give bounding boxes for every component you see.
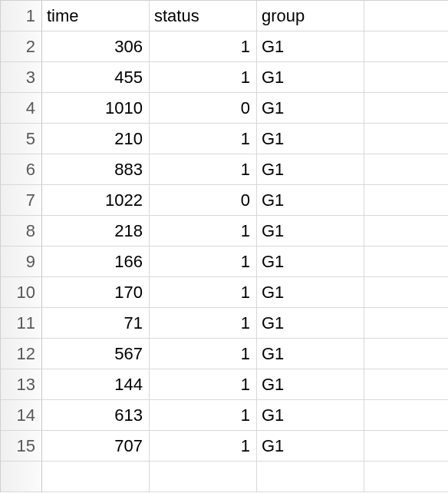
cell-time[interactable]: 170	[42, 277, 150, 308]
empty-cell[interactable]	[364, 369, 448, 400]
row-header[interactable]: 3	[1, 62, 42, 93]
spreadsheet-grid[interactable]: 1 time status group 2 306 1 G1 3 455 1 G…	[0, 0, 448, 492]
cell-group[interactable]: G1	[257, 62, 364, 93]
cell-group[interactable]: G1	[257, 124, 364, 154]
empty-cell[interactable]	[364, 1, 448, 31]
row-header[interactable]: 4	[1, 93, 42, 124]
cell-group[interactable]: G1	[257, 31, 364, 62]
empty-cell[interactable]	[364, 462, 448, 492]
cell-time[interactable]: 455	[42, 62, 150, 93]
cell-time[interactable]: 166	[42, 246, 150, 277]
empty-cell[interactable]	[364, 277, 448, 308]
column-header-group[interactable]: group	[257, 1, 364, 31]
cell-status[interactable]: 1	[150, 154, 257, 185]
cell-time[interactable]: 144	[42, 369, 150, 400]
cell-group[interactable]: G1	[257, 369, 364, 400]
empty-cell[interactable]	[364, 308, 448, 339]
cell-status[interactable]: 1	[150, 400, 257, 431]
column-header-status[interactable]: status	[150, 1, 257, 31]
cell-time[interactable]: 218	[42, 216, 150, 246]
row-header[interactable]: 9	[1, 246, 42, 277]
cell-group[interactable]: G1	[257, 277, 364, 308]
cell-time[interactable]: 210	[42, 124, 150, 154]
cell-status[interactable]: 1	[150, 124, 257, 154]
cell-status[interactable]: 0	[150, 93, 257, 124]
column-header-time[interactable]: time	[42, 1, 150, 31]
empty-cell[interactable]	[42, 462, 150, 492]
cell-status[interactable]: 1	[150, 246, 257, 277]
empty-cell[interactable]	[364, 124, 448, 154]
cell-group[interactable]: G1	[257, 431, 364, 462]
cell-time[interactable]: 71	[42, 308, 150, 339]
empty-cell[interactable]	[364, 431, 448, 462]
row-header[interactable]: 14	[1, 400, 42, 431]
row-header[interactable]: 12	[1, 339, 42, 369]
cell-group[interactable]: G1	[257, 339, 364, 369]
cell-group[interactable]: G1	[257, 246, 364, 277]
cell-group[interactable]: G1	[257, 154, 364, 185]
cell-time[interactable]: 883	[42, 154, 150, 185]
cell-status[interactable]: 1	[150, 369, 257, 400]
cell-group[interactable]: G1	[257, 308, 364, 339]
empty-cell[interactable]	[364, 93, 448, 124]
row-header[interactable]: 5	[1, 124, 42, 154]
cell-time[interactable]: 1022	[42, 185, 150, 216]
cell-status[interactable]: 1	[150, 308, 257, 339]
cell-status[interactable]: 1	[150, 277, 257, 308]
row-header[interactable]: 13	[1, 369, 42, 400]
row-header[interactable]: 11	[1, 308, 42, 339]
row-header[interactable]: 1	[1, 1, 42, 31]
empty-cell[interactable]	[364, 31, 448, 62]
cell-status[interactable]: 1	[150, 339, 257, 369]
row-header[interactable]: 2	[1, 31, 42, 62]
cell-time[interactable]: 1010	[42, 93, 150, 124]
cell-status[interactable]: 1	[150, 216, 257, 246]
empty-cell[interactable]	[364, 246, 448, 277]
row-header[interactable]: 10	[1, 277, 42, 308]
cell-time[interactable]: 707	[42, 431, 150, 462]
empty-cell[interactable]	[150, 462, 257, 492]
cell-time[interactable]: 567	[42, 339, 150, 369]
empty-cell[interactable]	[364, 339, 448, 369]
empty-cell[interactable]	[364, 400, 448, 431]
empty-cell[interactable]	[364, 154, 448, 185]
row-header[interactable]: 8	[1, 216, 42, 246]
cell-group[interactable]: G1	[257, 185, 364, 216]
cell-status[interactable]: 0	[150, 185, 257, 216]
cell-time[interactable]: 613	[42, 400, 150, 431]
empty-cell[interactable]	[364, 62, 448, 93]
row-header[interactable]: 6	[1, 154, 42, 185]
cell-group[interactable]: G1	[257, 93, 364, 124]
cell-status[interactable]: 1	[150, 431, 257, 462]
row-header[interactable]	[1, 462, 42, 492]
row-header[interactable]: 15	[1, 431, 42, 462]
row-header[interactable]: 7	[1, 185, 42, 216]
cell-time[interactable]: 306	[42, 31, 150, 62]
cell-status[interactable]: 1	[150, 31, 257, 62]
empty-cell[interactable]	[257, 462, 364, 492]
empty-cell[interactable]	[364, 216, 448, 246]
empty-cell[interactable]	[364, 185, 448, 216]
cell-status[interactable]: 1	[150, 62, 257, 93]
cell-group[interactable]: G1	[257, 400, 364, 431]
cell-group[interactable]: G1	[257, 216, 364, 246]
